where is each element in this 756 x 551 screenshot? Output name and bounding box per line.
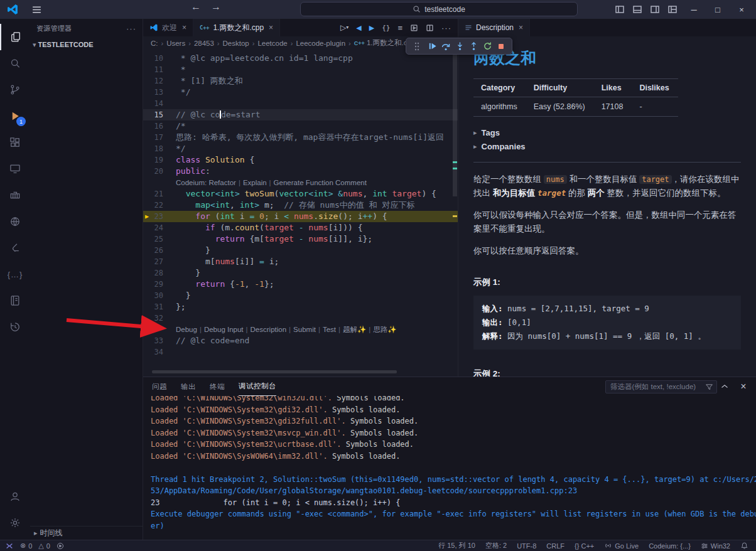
step-into-button[interactable] [453, 40, 467, 53]
line-number[interactable]: 33 [143, 335, 176, 346]
minimize-button[interactable]: ─ [683, 0, 705, 19]
step-over-button[interactable] [439, 40, 453, 53]
line-number[interactable]: 22 [143, 200, 176, 211]
console-filter-input[interactable] [605, 380, 717, 393]
line-number[interactable]: 15 [143, 109, 176, 120]
code-line[interactable]: 26 } [143, 245, 458, 256]
restart-button[interactable] [480, 40, 494, 53]
forward-button[interactable]: → [208, 1, 224, 13]
activitybar-item-leetcode[interactable] [0, 235, 30, 261]
line-number[interactable]: 27 [143, 256, 176, 267]
sidebar-more-icon[interactable]: ··· [126, 24, 136, 33]
collapsible-tags[interactable]: ▸Tags [473, 126, 741, 139]
codelens-link[interactable]: Codeium: Refactor [176, 179, 236, 186]
activitybar-item-explorer[interactable] [0, 24, 30, 50]
status-item-right-7[interactable]: Win32 [701, 542, 730, 550]
menu-icon[interactable] [30, 4, 43, 15]
activitybar-item-container[interactable] [0, 182, 30, 208]
code-line[interactable]: 16/* [143, 120, 458, 132]
activitybar-item-remote-explorer[interactable] [0, 156, 30, 182]
line-number[interactable]: 28 [143, 267, 176, 279]
status-item-left-3[interactable] [57, 542, 64, 550]
codelens-link[interactable]: 题解✨ [343, 326, 366, 333]
maximize-button[interactable]: □ [707, 0, 728, 19]
panel-maximize-icon[interactable] [717, 379, 732, 394]
activitybar-item-notebook[interactable] [0, 287, 30, 314]
line-number[interactable]: 29 [143, 279, 176, 290]
code-line[interactable]: ▶23 for (int i = 0; i < nums.size(); i++… [143, 211, 458, 222]
code-editor[interactable]: 10 * @lc app=leetcode.cn id=1 lang=cpp11… [143, 50, 458, 377]
codelens-link[interactable]: 思路✨ [373, 326, 396, 333]
breadcrumb-item[interactable]: Users [166, 40, 185, 47]
line-number[interactable]: 18 [143, 143, 176, 154]
drag-grip-icon[interactable] [410, 40, 424, 53]
line-number[interactable]: 34 [143, 346, 176, 358]
activitybar-item-run-debug[interactable]: 1 [0, 103, 30, 129]
breadcrumb-item[interactable]: C: [151, 40, 158, 47]
breadcrumb-item[interactable]: Leetcode [257, 40, 287, 47]
vertical-scrollbar[interactable] [452, 50, 457, 377]
step-out-button[interactable] [467, 40, 480, 53]
line-number[interactable]: 30 [143, 290, 176, 301]
list-action-icon[interactable]: ≡ [397, 23, 402, 33]
panel-bottom-icon[interactable] [629, 2, 645, 17]
debug-console[interactable]: Loaded 'C:\WINDOWS\System32\win32u.dll'.… [143, 396, 756, 540]
code-line[interactable]: 24 if (m.count(target - nums[i])) { [143, 222, 458, 233]
codelens-link[interactable]: Test [323, 326, 336, 333]
code-line[interactable]: 33// @lc code=end [143, 335, 458, 346]
status-item-right-3[interactable]: CRLF [546, 542, 564, 550]
layout-icon[interactable] [664, 2, 681, 17]
filter-icon[interactable] [705, 383, 713, 391]
code-line[interactable]: 17思路: 哈希表, 每次放入做判断, map容器中存在target-nums[… [143, 132, 458, 143]
line-number[interactable]: 14 [143, 98, 176, 109]
status-item-left-1[interactable]: ⊗0 [20, 542, 32, 550]
line-number[interactable]: 25 [143, 233, 176, 245]
panel-left-icon[interactable] [612, 2, 628, 17]
status-item-right-1[interactable]: 空格: 2 [485, 541, 507, 550]
activitybar-item-snippets[interactable]: {…} [0, 261, 30, 287]
status-item-left-0[interactable] [5, 542, 14, 550]
panel-tab-1[interactable]: 输出 [181, 377, 196, 396]
code-line[interactable]: 29 return {-1, -1}; [143, 279, 458, 290]
braces-action-icon[interactable]: {} [382, 24, 390, 32]
code-line[interactable]: 28 } [143, 267, 458, 279]
codelens-link[interactable]: Debug Input [204, 326, 244, 333]
split-action-icon[interactable] [426, 24, 434, 32]
line-number[interactable]: 16 [143, 120, 176, 132]
line-number[interactable]: 17 [143, 132, 176, 143]
close-button[interactable]: × [731, 0, 752, 19]
close-icon[interactable]: × [519, 23, 523, 32]
run-action-icon[interactable]: ▷▾ [340, 23, 348, 32]
close-icon[interactable]: × [182, 23, 186, 32]
codelens-link[interactable]: Description [251, 326, 287, 333]
panel-tab-3[interactable]: 调试控制台 [239, 377, 276, 396]
activitybar-item-settings[interactable] [0, 510, 30, 536]
activitybar-item-source-control[interactable] [0, 77, 30, 103]
status-item-left-2[interactable]: △0 [38, 542, 50, 550]
breadcrumb-item[interactable]: 28453 [194, 40, 214, 47]
line-number[interactable]: 21 [143, 188, 176, 200]
code-line[interactable]: 21 vector<int> twoSum(vector<int> &nums,… [143, 188, 458, 200]
editor-tab-1[interactable]: C++1.两数之和.cpp× [193, 19, 280, 36]
horizontal-scrollbar[interactable] [152, 370, 397, 373]
more-action-icon[interactable]: ··· [441, 23, 451, 33]
line-number[interactable]: 12 [143, 75, 176, 87]
status-item-right-4[interactable]: {} C++ [575, 542, 594, 550]
close-icon[interactable]: × [269, 23, 273, 32]
code-line[interactable]: 18*/ [143, 143, 458, 154]
code-line[interactable]: 22 map<int, int> m; // 存储 nums中的值 和 对应下标 [143, 200, 458, 211]
line-number[interactable]: 24 [143, 222, 176, 233]
breadcrumb-item[interactable]: Leecode-plugin [296, 40, 345, 47]
panel-right-icon[interactable] [647, 2, 663, 17]
continue-button[interactable] [425, 40, 439, 53]
line-number[interactable]: 26 [143, 245, 176, 256]
activitybar-item-account[interactable] [0, 483, 30, 510]
line-number[interactable]: 11 [143, 64, 176, 75]
status-item-right-6[interactable]: Codeium: {...} [649, 542, 691, 550]
codelens-link[interactable]: Explain [243, 179, 267, 186]
code-line[interactable]: 25 return {m[target - nums[i]], i}; [143, 233, 458, 245]
code-line[interactable]: 19class Solution { [143, 154, 458, 166]
code-line[interactable]: 20public: [143, 166, 458, 177]
timeline-section[interactable]: ▸ 时间线 [30, 526, 143, 540]
next-action-icon[interactable]: ▶ [369, 24, 374, 32]
